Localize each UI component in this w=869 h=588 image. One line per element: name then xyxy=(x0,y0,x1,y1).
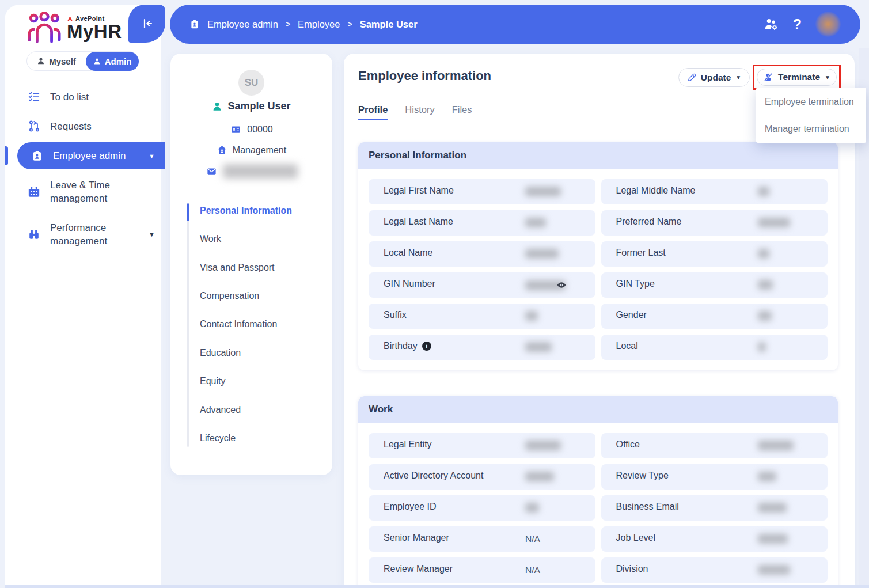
employee-summary-card: SU Sample User 00000 Management xyxy=(170,54,332,475)
redacted-value xyxy=(758,280,773,290)
profile-nav-contact-infomation[interactable]: Contact Infomation xyxy=(200,317,277,331)
sidebar-item-label: Employee admin xyxy=(53,149,139,162)
user-management-icon[interactable] xyxy=(763,17,779,32)
breadcrumb-employee-admin[interactable]: Employee admin xyxy=(207,19,278,30)
profile-nav-work[interactable]: Work xyxy=(200,232,221,246)
breadcrumb-employee[interactable]: Employee xyxy=(298,19,340,30)
toggle-admin[interactable]: Admin xyxy=(86,52,139,71)
redacted-value xyxy=(525,503,539,513)
person-icon xyxy=(37,57,45,65)
redacted-value xyxy=(525,187,561,196)
employee-badge-icon xyxy=(31,150,43,162)
user-avatar[interactable] xyxy=(815,12,841,37)
redacted-value xyxy=(758,503,787,513)
profile-nav-personal-information[interactable]: Personal Information xyxy=(200,204,292,218)
info-icon[interactable]: i xyxy=(422,342,431,351)
sidebar-item-requests[interactable]: Requests xyxy=(5,118,165,134)
eye-icon[interactable] xyxy=(556,280,567,290)
field-job-level: Job Level xyxy=(601,526,828,552)
field-label: Office xyxy=(616,439,640,450)
profile-nav-active-indicator xyxy=(187,203,189,221)
top-header: Employee admin > Employee > Sample User … xyxy=(170,5,860,44)
terminate-button[interactable]: Terminate ▼ xyxy=(757,69,837,86)
role-toggle: Myself Admin xyxy=(26,51,139,71)
myhr-people-logo-icon xyxy=(26,10,62,44)
section-work: Work Legal Entity Office Active Director… xyxy=(358,396,838,588)
redacted-value xyxy=(758,218,790,227)
field-gin-number: GIN Number xyxy=(369,272,595,298)
calendar-icon xyxy=(28,185,40,198)
todo-list-icon xyxy=(28,90,40,103)
field-label: Local xyxy=(616,341,638,351)
field-local: Local xyxy=(601,335,828,360)
edit-pencil-icon xyxy=(687,73,696,82)
profile-nav-compensation[interactable]: Compensation xyxy=(200,289,259,303)
menu-item-manager-termination[interactable]: Manager termination xyxy=(756,115,866,142)
section-header: Personal Information xyxy=(358,142,838,169)
requests-icon xyxy=(28,120,40,132)
chevron-right-icon: > xyxy=(286,20,290,29)
redacted-value xyxy=(525,218,546,227)
profile-nav-lifecycle[interactable]: Lifecycle xyxy=(200,431,236,445)
field-label: Legal First Name xyxy=(384,185,454,196)
update-button-label: Update xyxy=(701,73,731,83)
chevron-down-icon: ▼ xyxy=(735,74,741,81)
redacted-value xyxy=(758,534,788,544)
department-home-icon xyxy=(217,145,227,155)
product-name: MyHR xyxy=(67,22,122,41)
menu-item-employee-termination[interactable]: Employee termination xyxy=(756,88,866,115)
profile-nav-visa-and-passport[interactable]: Visa and Passport xyxy=(200,261,275,275)
breadcrumb-current: Sample User xyxy=(360,19,418,30)
field-legal-middle-name: Legal Middle Name xyxy=(601,179,828,204)
tab-files[interactable]: Files xyxy=(452,104,472,120)
field-label: Legal Middle Name xyxy=(616,185,696,196)
redacted-value xyxy=(758,565,790,575)
field-label: GIN Type xyxy=(616,279,655,289)
field-label: Legal Entity xyxy=(384,439,432,450)
sidebar-item-todo-list[interactable]: To do list xyxy=(5,89,165,105)
chevron-down-icon: ▼ xyxy=(149,231,155,238)
page-title: Employee information xyxy=(358,69,491,84)
field-senior-manager: Senior Manager N/A xyxy=(369,526,595,552)
field-birthday: Birthday i xyxy=(369,335,595,360)
binoculars-icon xyxy=(28,228,40,241)
field-label: Birthday xyxy=(384,341,418,351)
redacted-value xyxy=(758,472,776,481)
profile-nav-advanced[interactable]: Advanced xyxy=(200,403,241,417)
toggle-myself[interactable]: Myself xyxy=(27,56,86,66)
avatar: SU xyxy=(238,70,264,96)
sidebar-collapse-button[interactable] xyxy=(128,5,165,43)
tab-profile[interactable]: Profile xyxy=(358,104,388,120)
field-label: Employee ID xyxy=(384,502,437,512)
field-suffix: Suffix xyxy=(369,304,595,329)
field-label: Active Directory Account xyxy=(384,471,483,481)
tab-history[interactable]: History xyxy=(405,104,434,120)
employee-id: 00000 xyxy=(247,124,273,135)
sidebar-item-employee-admin[interactable]: Employee admin ▼ xyxy=(17,142,165,169)
field-review-manager: Review Manager N/A xyxy=(369,557,595,583)
horizontal-scrollbar-track[interactable] xyxy=(5,585,869,588)
field-label: Former Last xyxy=(616,248,666,258)
field-label: Review Type xyxy=(616,471,669,481)
annotation-highlight-box: Terminate ▼ xyxy=(753,65,841,90)
update-button[interactable]: Update ▼ xyxy=(678,68,750,87)
field-label: Local Name xyxy=(384,248,432,258)
sidebar-item-leave-time-management[interactable]: Leave & Time management xyxy=(5,178,165,206)
chevron-down-icon: ▼ xyxy=(825,74,830,81)
field-employee-id: Employee ID xyxy=(369,495,595,521)
field-preferred-name: Preferred Name xyxy=(601,210,828,236)
field-local-name: Local Name xyxy=(369,241,595,267)
field-label: Job Level xyxy=(616,533,656,543)
redacted-value xyxy=(525,249,559,259)
profile-nav-rail xyxy=(187,203,189,447)
field-label: Suffix xyxy=(384,310,407,320)
sidebar-item-performance-management[interactable]: Performance management ▼ xyxy=(5,221,165,248)
profile-nav-education[interactable]: Education xyxy=(200,346,241,360)
field-value: N/A xyxy=(525,534,540,544)
redacted-value xyxy=(525,441,561,450)
id-card-icon xyxy=(230,124,242,135)
redacted-email-value xyxy=(223,164,298,179)
profile-nav-equity[interactable]: Equity xyxy=(200,374,225,388)
help-icon[interactable]: ? xyxy=(793,17,802,32)
field-label: Gender xyxy=(616,310,647,320)
